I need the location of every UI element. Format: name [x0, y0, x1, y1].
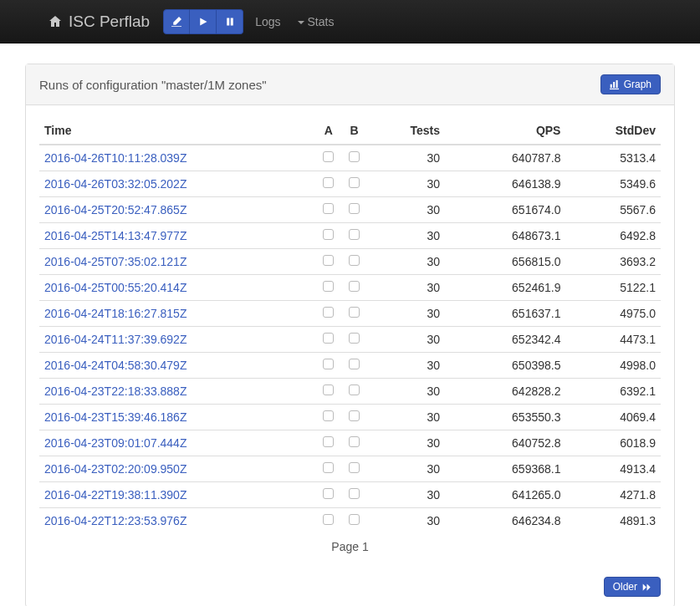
- run-time-link[interactable]: 2016-04-24T18:16:27.815Z: [44, 307, 186, 320]
- run-time-link[interactable]: 2016-04-23T09:01:07.444Z: [44, 436, 186, 450]
- cell-qps: 640752.8: [445, 430, 565, 456]
- checkbox-a[interactable]: [323, 514, 334, 525]
- checkbox-a[interactable]: [323, 281, 334, 292]
- cell-qps: 646234.8: [445, 508, 565, 534]
- pause-button[interactable]: [217, 9, 243, 34]
- run-time-link[interactable]: 2016-04-23T22:18:33.888Z: [44, 384, 186, 398]
- cell-stddev: 4891.3: [565, 508, 661, 534]
- cell-stddev: 5349.6: [565, 171, 661, 197]
- checkbox-b[interactable]: [349, 333, 360, 344]
- run-time-link[interactable]: 2016-04-26T10:11:28.039Z: [44, 151, 186, 165]
- checkbox-a[interactable]: [323, 462, 334, 473]
- cell-tests: 30: [367, 275, 445, 301]
- table-row: 2016-04-26T10:11:28.039Z30640787.85313.4: [39, 145, 661, 171]
- brand-link[interactable]: ISC Perflab: [49, 13, 150, 31]
- bar-chart-icon: [610, 80, 619, 89]
- checkbox-a[interactable]: [323, 488, 334, 499]
- cell-stddev: 4913.4: [565, 456, 661, 482]
- pause-icon: [225, 17, 235, 27]
- checkbox-a[interactable]: [323, 307, 334, 318]
- run-time-link[interactable]: 2016-04-24T11:37:39.692Z: [44, 333, 186, 346]
- nav-stats-dropdown[interactable]: Stats: [298, 15, 335, 28]
- cell-qps: 648673.1: [445, 223, 565, 249]
- checkbox-b[interactable]: [349, 307, 360, 318]
- checkbox-b[interactable]: [349, 151, 360, 162]
- table-row: 2016-04-25T00:55:20.414Z30652461.95122.1: [39, 275, 661, 301]
- col-stddev: StdDev: [565, 117, 661, 145]
- cell-tests: 30: [367, 456, 445, 482]
- cell-qps: 659368.1: [445, 456, 565, 482]
- cell-tests: 30: [367, 249, 445, 275]
- run-time-link[interactable]: 2016-04-22T12:23:53.976Z: [44, 514, 186, 527]
- checkbox-a[interactable]: [323, 359, 334, 369]
- cell-stddev: 4271.8: [565, 482, 661, 508]
- play-button[interactable]: [190, 9, 217, 34]
- cell-tests: 30: [367, 301, 445, 327]
- cell-stddev: 4975.0: [565, 301, 661, 327]
- cell-tests: 30: [367, 223, 445, 249]
- table-row: 2016-04-22T19:38:11.390Z30641265.04271.8: [39, 482, 661, 508]
- graph-button[interactable]: Graph: [600, 74, 661, 94]
- checkbox-a[interactable]: [323, 255, 334, 266]
- run-time-link[interactable]: 2016-04-26T03:32:05.202Z: [44, 177, 186, 191]
- checkbox-b[interactable]: [349, 359, 360, 369]
- run-time-link[interactable]: 2016-04-25T14:13:47.977Z: [44, 229, 186, 242]
- checkbox-a[interactable]: [323, 203, 334, 214]
- checkbox-b[interactable]: [349, 177, 360, 188]
- checkbox-b[interactable]: [349, 410, 360, 421]
- checkbox-a[interactable]: [323, 410, 334, 421]
- cell-qps: 652461.9: [445, 275, 565, 301]
- older-button[interactable]: Older: [604, 577, 661, 597]
- cell-stddev: 5122.1: [565, 275, 661, 301]
- pencil-icon: [171, 17, 181, 27]
- table-row: 2016-04-24T04:58:30.479Z30650398.54998.0: [39, 353, 661, 379]
- checkbox-a[interactable]: [323, 229, 334, 240]
- panel-title: Runs of configuration "master/1M zones": [39, 78, 267, 92]
- run-time-link[interactable]: 2016-04-25T00:55:20.414Z: [44, 281, 186, 294]
- cell-qps: 652342.4: [445, 327, 565, 353]
- table-row: 2016-04-23T22:18:33.888Z30642828.26392.1: [39, 379, 661, 405]
- checkbox-b[interactable]: [349, 203, 360, 214]
- table-row: 2016-04-23T09:01:07.444Z30640752.86018.9: [39, 430, 661, 456]
- run-time-link[interactable]: 2016-04-23T15:39:46.186Z: [44, 410, 186, 424]
- col-tests: Tests: [367, 117, 445, 145]
- run-time-link[interactable]: 2016-04-25T20:52:47.865Z: [44, 203, 186, 216]
- run-time-link[interactable]: 2016-04-24T04:58:30.479Z: [44, 359, 186, 372]
- cell-stddev: 6492.8: [565, 223, 661, 249]
- run-time-link[interactable]: 2016-04-23T02:20:09.950Z: [44, 462, 186, 476]
- run-time-link[interactable]: 2016-04-25T07:35:02.121Z: [44, 255, 186, 268]
- home-icon: [49, 15, 62, 28]
- cell-qps: 641265.0: [445, 482, 565, 508]
- cell-tests: 30: [367, 145, 445, 171]
- table-body: 2016-04-26T10:11:28.039Z30640787.85313.4…: [39, 145, 661, 533]
- cell-tests: 30: [367, 508, 445, 534]
- brand-text: ISC Perflab: [69, 13, 150, 31]
- cell-qps: 656815.0: [445, 249, 565, 275]
- nav-logs[interactable]: Logs: [255, 15, 280, 28]
- cell-tests: 30: [367, 405, 445, 430]
- checkbox-a[interactable]: [323, 177, 334, 188]
- checkbox-a[interactable]: [323, 384, 334, 395]
- checkbox-a[interactable]: [323, 151, 334, 162]
- cell-tests: 30: [367, 379, 445, 405]
- edit-button[interactable]: [163, 9, 190, 34]
- navbar: ISC Perflab Logs Stats: [0, 0, 700, 43]
- checkbox-b[interactable]: [349, 281, 360, 292]
- checkbox-b[interactable]: [349, 384, 360, 395]
- run-time-link[interactable]: 2016-04-22T19:38:11.390Z: [44, 488, 186, 502]
- panel-footer: Older: [26, 567, 674, 606]
- checkbox-a[interactable]: [323, 436, 334, 447]
- checkbox-b[interactable]: [349, 462, 360, 473]
- checkbox-a[interactable]: [323, 333, 334, 344]
- checkbox-b[interactable]: [349, 514, 360, 525]
- table-row: 2016-04-25T14:13:47.977Z30648673.16492.8: [39, 223, 661, 249]
- table-row: 2016-04-22T12:23:53.976Z30646234.84891.3: [39, 508, 661, 534]
- runs-table: Time A B Tests QPS StdDev 2016-04-26T10:…: [39, 117, 661, 533]
- checkbox-b[interactable]: [349, 436, 360, 447]
- checkbox-b[interactable]: [349, 488, 360, 499]
- cell-stddev: 5313.4: [565, 145, 661, 171]
- checkbox-b[interactable]: [349, 229, 360, 240]
- cell-qps: 650398.5: [445, 353, 565, 379]
- checkbox-b[interactable]: [349, 255, 360, 266]
- table-row: 2016-04-25T20:52:47.865Z30651674.05567.6: [39, 197, 661, 223]
